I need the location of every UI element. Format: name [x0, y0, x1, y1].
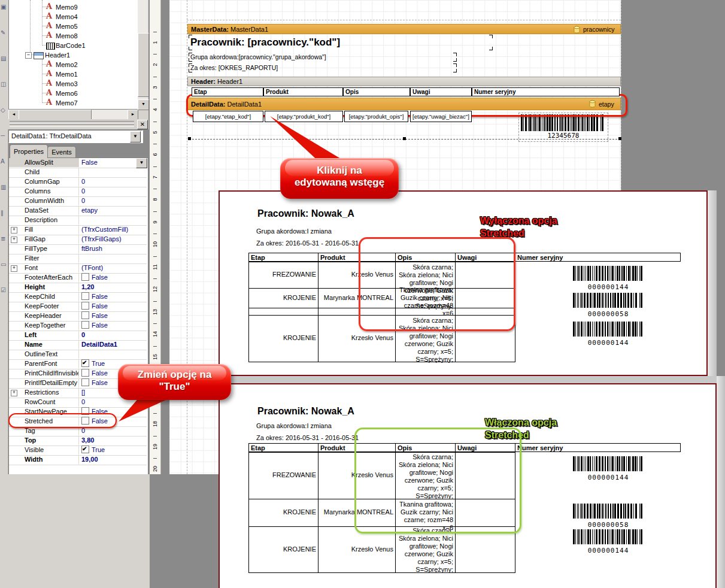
property-value[interactable]: False: [80, 273, 148, 282]
property-row-width[interactable]: Width19,00: [9, 455, 147, 465]
scroll-down-arrow-icon[interactable]: ▼: [138, 99, 149, 110]
property-row-keepchild[interactable]: KeepChildFalse: [9, 292, 147, 302]
table-icon[interactable]: ≣: [1, 235, 7, 243]
property-row-font[interactable]: Font+(TFont): [9, 263, 147, 274]
property-row-columns[interactable]: Columns0: [9, 187, 147, 197]
property-row-fillgap[interactable]: FillGap+(TfrxFillGaps): [9, 235, 147, 245]
property-value[interactable]: (TFont): [80, 263, 148, 272]
checkbox-icon[interactable]: [81, 302, 89, 310]
property-row-outlinetext[interactable]: OutlineText: [9, 350, 147, 360]
checkbox-icon[interactable]: [81, 273, 89, 281]
tree-item-memo4[interactable]: Memo4: [56, 12, 78, 22]
tab-events[interactable]: Events: [47, 146, 76, 158]
property-row-keepfooter[interactable]: KeepFooterFalse: [9, 302, 147, 312]
designer-column-header[interactable]: Etap: [192, 87, 263, 96]
checkbox-icon[interactable]: [81, 311, 89, 319]
resize-handle[interactable]: [188, 137, 191, 140]
property-value[interactable]: 3,80: [80, 436, 148, 445]
tree-expand-icon[interactable]: −: [25, 52, 32, 59]
designer-detail-cell[interactable]: [etapy."uwagi_biezac"]: [410, 111, 472, 122]
property-row-child[interactable]: Child: [9, 168, 147, 178]
checkbox-icon[interactable]: [81, 321, 89, 329]
property-value[interactable]: 0: [80, 187, 148, 196]
object-selector-combobox[interactable]: DetailData1: TfrxDetailData ▼: [8, 130, 143, 143]
designer-column-header[interactable]: Opis: [343, 87, 410, 96]
tree-item-barcode1[interactable]: BarCode1: [56, 41, 86, 50]
designer-column-header[interactable]: Numer seryjny: [472, 87, 620, 96]
tree-item-memo5[interactable]: Memo5: [56, 22, 78, 31]
line-icon[interactable]: ─: [1, 132, 7, 140]
property-value[interactable]: False: [80, 292, 148, 301]
tree-item-memo2[interactable]: Memo2: [56, 60, 78, 69]
expand-plus-icon[interactable]: +: [11, 265, 17, 272]
property-row-top[interactable]: Top3,80: [9, 436, 147, 446]
property-row-dataset[interactable]: DataSetetapy: [9, 206, 147, 216]
panel-splitter[interactable]: ✕: [8, 119, 148, 129]
checkbox-icon[interactable]: ☑: [1, 287, 7, 294]
checkbox-icon[interactable]: ✔: [81, 359, 89, 367]
property-row-visible[interactable]: Visible✔True: [9, 445, 147, 456]
text-icon[interactable]: ✎: [1, 29, 7, 37]
property-row-columngap[interactable]: ColumnGap0: [9, 177, 147, 187]
property-row-allowsplit[interactable]: AllowSplitFalse▼: [9, 158, 147, 168]
memo-okres[interactable]: Za okres: [OKRES_RAPORTU]: [189, 63, 457, 72]
memo-icon[interactable]: A: [1, 158, 7, 165]
checkbox-icon[interactable]: [81, 369, 89, 377]
property-value[interactable]: False: [80, 311, 148, 320]
property-row-name[interactable]: NameDetailData1: [9, 340, 147, 350]
designer-column-header[interactable]: Produkt: [263, 87, 343, 96]
tree-item-memo8[interactable]: Memo8: [56, 31, 78, 41]
property-row-description[interactable]: Description: [9, 216, 147, 226]
expand-plus-icon[interactable]: +: [11, 227, 17, 234]
tree-item-memo7[interactable]: Memo7: [56, 98, 78, 108]
property-row-height[interactable]: Height1,20: [9, 283, 147, 293]
property-row-left[interactable]: Left0: [9, 331, 147, 341]
designer-column-header[interactable]: Uwagi: [410, 87, 472, 96]
property-value[interactable]: 0: [80, 331, 148, 340]
report-object-tree[interactable]: AMemo9AMemo4AMemo5AMemo8BarCode1−Header1…: [8, 0, 139, 110]
property-value[interactable]: False: [80, 302, 148, 311]
barcode-icon[interactable]: ∥: [1, 210, 7, 217]
property-value[interactable]: False: [80, 321, 148, 330]
property-row-footeraftereach[interactable]: FooterAfterEachFalse: [9, 273, 147, 283]
tree-item-memo6[interactable]: Memo6: [56, 89, 78, 98]
designer-detail-cell[interactable]: [etapy."produkt_opis"]: [344, 111, 408, 122]
designer-detail-cell[interactable]: [etapy."produkt_kod"]: [265, 111, 343, 122]
property-value[interactable]: 19,00: [80, 455, 148, 464]
masterdata-band-header[interactable]: MasterData: MasterData1: [187, 24, 621, 34]
resize-handle[interactable]: [618, 137, 621, 140]
property-value[interactable]: ✔True: [80, 445, 148, 454]
property-value[interactable]: 1,20: [80, 283, 148, 292]
checkbox-icon[interactable]: [81, 378, 89, 386]
expand-plus-icon[interactable]: +: [11, 237, 17, 243]
checkbox-icon[interactable]: ✔: [81, 445, 89, 453]
memo-grupa[interactable]: Grupa akordowa:[pracownicy."grupa_akordo…: [189, 53, 457, 62]
band-icon[interactable]: ▤: [1, 55, 7, 62]
property-value[interactable]: (TfrxCustomFill): [80, 225, 148, 234]
property-row-filltype[interactable]: FillTypeftBrush: [9, 244, 147, 254]
tree-item-memo3[interactable]: Memo3: [56, 79, 78, 89]
memo-pracownik[interactable]: Pracownik: [pracownicy."kod"]: [189, 35, 493, 50]
expand-plus-icon[interactable]: +: [11, 390, 17, 396]
property-value[interactable]: ftBrush: [80, 244, 148, 253]
close-icon[interactable]: ✕: [137, 120, 148, 129]
tab-properties[interactable]: Properties: [10, 144, 48, 158]
chevron-down-icon[interactable]: ▼: [130, 131, 141, 143]
property-value[interactable]: [80, 254, 148, 263]
tree-item-memo9[interactable]: Memo9: [56, 2, 78, 12]
header-band-header[interactable]: Header: Header1: [187, 77, 621, 86]
property-row-keeptogether[interactable]: KeepTogetherFalse: [9, 321, 147, 331]
frame-icon[interactable]: ▭: [1, 261, 7, 268]
dropdown-arrow-icon[interactable]: ▼: [136, 158, 147, 168]
picture-icon[interactable]: ◫: [1, 81, 7, 88]
property-row-columnwidth[interactable]: ColumnWidth0: [9, 196, 147, 207]
shape-icon[interactable]: ◇: [1, 107, 7, 114]
property-value[interactable]: (TfrxFillGaps): [80, 235, 148, 244]
designer-detail-cell[interactable]: [etapy."etap_kod"]: [193, 111, 263, 122]
component-toolbar[interactable]: ▣✎▤◫◇─A▥∥≣▭☑: [0, 0, 8, 474]
property-value[interactable]: [80, 168, 148, 177]
tree-item-memo1[interactable]: Memo1: [56, 69, 78, 79]
property-value[interactable]: DetailData1: [80, 340, 148, 349]
tree-vscrollbar-thumb[interactable]: [138, 33, 149, 97]
property-value[interactable]: etapy: [80, 206, 148, 215]
